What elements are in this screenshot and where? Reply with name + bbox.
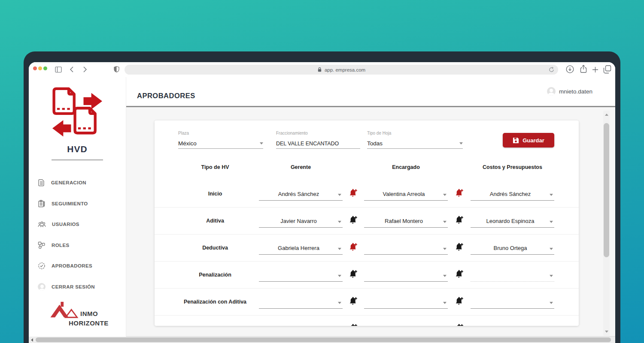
chevron-down-icon (338, 302, 341, 304)
bell-plus-icon[interactable] (455, 189, 464, 197)
bell-plus-icon[interactable] (349, 189, 358, 197)
bell-plus-icon[interactable] (455, 297, 464, 305)
vertical-scrollbar[interactable] (603, 111, 610, 336)
sidebar-item-label: APROBADORES (52, 263, 92, 268)
gerente-select[interactable] (259, 295, 343, 309)
bell-plus-icon[interactable] (349, 243, 358, 251)
chevron-down-icon (338, 221, 341, 223)
fraccionamiento-input[interactable]: DEL VALLE ENCANTADO (276, 138, 360, 149)
select-value: Andrés Sánchez (263, 191, 334, 197)
encargado-select[interactable] (364, 295, 448, 309)
row-label: Deductiva (182, 245, 248, 251)
bell-plus-icon[interactable] (455, 324, 464, 326)
encargado-select[interactable] (364, 322, 448, 326)
tab-overview-icon[interactable] (603, 65, 611, 74)
plaza-field: Plaza México (178, 131, 263, 149)
roles-network-icon (38, 241, 46, 249)
row-label: Penalización (182, 272, 248, 278)
encargado-select[interactable] (364, 268, 448, 282)
browser-inner: app. empresa.com (29, 62, 615, 343)
gerente-select[interactable] (259, 322, 343, 326)
gerente-select[interactable]: Javier Navarro (259, 214, 343, 228)
brand-logo: INMO HORIZONTE (29, 299, 126, 329)
new-tab-plus-icon[interactable] (592, 66, 598, 73)
bell-plus-icon[interactable] (349, 270, 358, 278)
costos-select[interactable] (471, 295, 554, 309)
forward-button[interactable] (83, 66, 87, 72)
row-label: Inicio (182, 191, 248, 197)
browser-window: app. empresa.com (24, 51, 620, 343)
page-title: APROBADORES (137, 92, 195, 100)
shield-icon[interactable] (114, 66, 119, 73)
costos-select[interactable]: Leonardo Espinoza (471, 214, 554, 228)
sidebar-item-roles[interactable]: ROLES (29, 235, 126, 256)
sidebar-menu: GENERACION SEGUIMIENTO USU (29, 172, 126, 297)
bell-plus-icon[interactable] (349, 324, 358, 326)
select-value: Javier Navarro (263, 218, 334, 224)
reload-icon[interactable] (549, 67, 554, 72)
share-icon[interactable] (580, 65, 587, 74)
floppy-disk-icon (513, 137, 519, 144)
costos-select[interactable] (471, 322, 554, 326)
bell-plus-icon[interactable] (455, 216, 464, 224)
table-header: Tipo de HV Gerente Encargado Costos y Pr… (155, 162, 579, 173)
encargado-select[interactable] (364, 241, 448, 255)
clipboard-pencil-icon (38, 200, 46, 208)
app-logo-block: HVD (29, 84, 126, 160)
encargado-select[interactable]: Rafael Montero (364, 214, 448, 228)
app-viewport: HVD GENERACION (29, 77, 615, 343)
user-chip[interactable]: mnieto.daten (547, 87, 592, 96)
sidebar-item-aprobadores[interactable]: APROBADORES (29, 256, 126, 277)
download-icon[interactable] (566, 65, 574, 73)
chevron-down-icon (443, 275, 447, 277)
url-bar[interactable]: app. empresa.com (125, 65, 558, 75)
scroll-down-arrow-icon[interactable] (605, 331, 608, 333)
chevron-down-icon (550, 221, 553, 223)
sidebar-panel-icon[interactable] (55, 66, 62, 73)
scroll-left-arrow-icon[interactable] (31, 338, 33, 342)
encargado-select[interactable]: Valentina Arreola (364, 187, 448, 201)
badge-check-icon (38, 262, 46, 270)
horizontal-scrollbar-thumb[interactable] (36, 337, 611, 342)
chevron-down-icon (260, 142, 263, 144)
sidebar-item-usuarios[interactable]: USUARIOS (29, 214, 126, 235)
bell-plus-icon[interactable] (455, 243, 464, 251)
user-avatar-icon (547, 87, 556, 96)
minimize-window-button[interactable] (38, 66, 42, 70)
red-roof-house-icon (50, 301, 79, 320)
back-button[interactable] (70, 66, 74, 72)
sidebar-item-seguimiento[interactable]: SEGUIMIENTO (29, 193, 126, 214)
tipo-de-hoja-select[interactable]: Todas (367, 138, 463, 149)
sidebar-item-generacion[interactable]: GENERACION (29, 172, 126, 193)
tipo-de-hoja-label: Tipo de Hoja (367, 131, 463, 135)
main-area: APROBADORES mnieto.daten Plaza (126, 77, 615, 337)
gerente-select[interactable] (259, 268, 343, 282)
browser-toolbar: app. empresa.com (29, 62, 615, 77)
save-button[interactable]: Guardar (503, 133, 554, 147)
costos-select[interactable] (471, 268, 554, 282)
bell-plus-icon[interactable] (349, 297, 358, 305)
fraccionamiento-label: Fraccionamiento (276, 131, 360, 135)
column-header: Tipo de HV (182, 164, 248, 170)
zoom-window-button[interactable] (43, 66, 47, 70)
gerente-select[interactable]: Gabriela Herrera (259, 241, 343, 255)
sidebar-item-cerrar-sesion[interactable]: CERRAR SESIÓN (29, 277, 126, 298)
costos-select[interactable]: Bruno Ortega (471, 241, 554, 255)
select-value: Valentina Arreola (368, 191, 439, 197)
gerente-select[interactable]: Andrés Sánchez (259, 187, 343, 201)
plaza-select[interactable]: México (178, 138, 263, 149)
scroll-up-arrow-icon[interactable] (605, 114, 608, 116)
costos-select[interactable]: Andrés Sánchez (471, 187, 554, 201)
vertical-scrollbar-thumb[interactable] (604, 123, 609, 257)
bell-plus-icon[interactable] (349, 216, 358, 224)
tipo-de-hoja-value: Todas (367, 140, 383, 147)
logo-divider (52, 159, 103, 160)
select-value: Andrés Sánchez (475, 191, 546, 197)
horizontal-scrollbar[interactable] (29, 336, 615, 343)
brand-line2: HORIZONTE (69, 319, 109, 327)
chevron-down-icon (443, 221, 447, 223)
table-row: Aditiva Javier Navarro Rafael Montero Le… (155, 208, 579, 235)
chevron-down-icon (550, 194, 553, 196)
close-window-button[interactable] (33, 66, 37, 70)
bell-plus-icon[interactable] (455, 270, 464, 278)
